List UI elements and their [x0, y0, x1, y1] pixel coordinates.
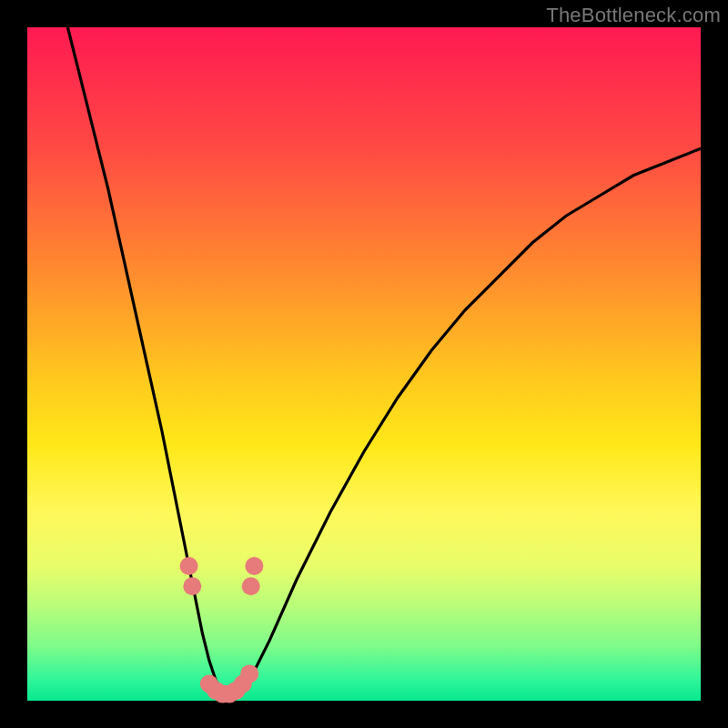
marker-dots — [180, 557, 264, 703]
marker-dot — [183, 577, 201, 595]
marker-dot — [245, 557, 263, 575]
watermark-text: TheBottleneck.com — [546, 4, 721, 27]
chart-frame: TheBottleneck.com — [0, 0, 728, 728]
curve-svg — [27, 27, 701, 701]
plot-area — [27, 27, 701, 701]
marker-dot — [242, 577, 260, 595]
marker-dot — [240, 664, 258, 682]
bottleneck-curve — [67, 27, 701, 701]
marker-dot — [180, 557, 198, 575]
